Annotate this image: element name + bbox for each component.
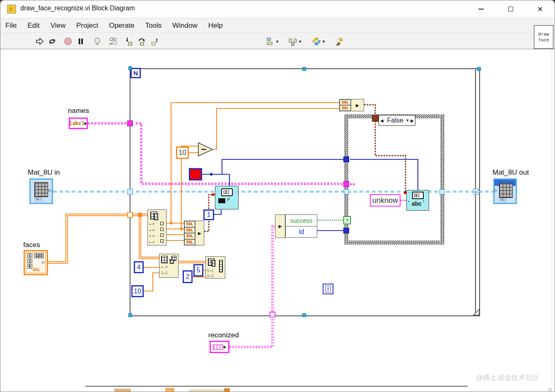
unbundle-field-id[interactable]: id	[285, 226, 317, 238]
align-objects-button[interactable]: ▼	[264, 36, 280, 47]
constant-2[interactable]: 2	[183, 270, 193, 283]
step-into-button[interactable]	[124, 36, 135, 47]
tunnel-id[interactable]	[343, 228, 349, 233]
output-arrow-icon: ▷	[48, 188, 52, 192]
index-j[interactable]: j	[27, 259, 32, 263]
bottom-strip	[0, 385, 555, 392]
run-button[interactable]	[34, 36, 45, 47]
sgl-pair-node[interactable]: SGL SGL ►	[339, 99, 364, 111]
toolbar: 17pt Application Font ▼ ▼ ▼ ▼ ▸| ?	[0, 34, 555, 49]
draw-rectangle-vi[interactable]: ↱ → →	[215, 186, 239, 209]
menu-tools[interactable]: Tools	[145, 22, 162, 30]
clean-up-diagram-button[interactable]	[332, 36, 347, 47]
inner-dot	[225, 191, 227, 193]
names-terminal[interactable]: [abc] ▶	[69, 118, 88, 129]
tunnel-faces[interactable]	[127, 212, 133, 218]
loop-iteration-terminal[interactable]: i	[323, 284, 333, 294]
retain-values-icon	[108, 36, 118, 46]
index-k[interactable]: k	[27, 264, 32, 269]
tunnel-reconized[interactable]	[270, 312, 275, 317]
window-title: draw_face_recognize.vi Block Diagram	[20, 5, 135, 12]
selection-handle[interactable]	[302, 67, 306, 71]
horizontal-scrollbar[interactable]	[85, 386, 468, 387]
sgl-cell: SGL	[340, 105, 351, 111]
menu-file[interactable]: File	[5, 22, 17, 30]
run-continuously-button[interactable]	[47, 36, 58, 47]
background-window-fragment	[114, 389, 131, 392]
distribute-objects-button[interactable]: ▼	[287, 36, 303, 47]
menu-view[interactable]: View	[51, 22, 66, 30]
tunnel-mat-case-in[interactable]	[344, 189, 349, 195]
chevron-down-icon[interactable]: ▼	[405, 118, 409, 123]
tunnel-mat-case-out[interactable]	[439, 189, 445, 195]
sgl-tag: SGL	[33, 267, 40, 272]
tunnel-text-pos[interactable]	[372, 115, 379, 122]
labview-app-icon	[7, 5, 16, 14]
index-array-node[interactable]: ▪·↗▪·↗▪·↗▪·↗	[147, 209, 166, 245]
draw-text-vi[interactable]: abc ‣ ↾ → →	[406, 190, 429, 211]
highlight-execution-button[interactable]	[92, 36, 103, 47]
close-button[interactable]: ✕	[530, 0, 550, 18]
constant-unknow[interactable]: unknow	[370, 194, 401, 207]
step-over-button[interactable]	[137, 36, 147, 47]
constant-10-threshold[interactable]: 10	[176, 147, 189, 159]
case-structure-border-right[interactable]	[440, 114, 444, 245]
menu-operate[interactable]: Operate	[109, 22, 134, 30]
faces-terminal[interactable]: i j k 123 SGL ▷	[24, 251, 47, 274]
case-structure-interior[interactable]	[348, 118, 440, 240]
selection-handle[interactable]	[302, 313, 306, 317]
array-icon	[170, 260, 174, 264]
unbundle-input-cell[interactable]: ►	[275, 214, 285, 238]
menu-window[interactable]: Window	[172, 22, 197, 30]
menu-help[interactable]: Help	[208, 22, 223, 30]
resize-objects-button[interactable]: ▼	[310, 36, 327, 47]
step-out-button[interactable]	[150, 36, 160, 47]
cluster-glyph	[213, 344, 223, 350]
constant-1[interactable]: 1	[203, 209, 214, 220]
minimize-icon	[478, 9, 484, 10]
vi-icon[interactable]: draw face	[534, 25, 553, 49]
index-marks: ▪·↗▪·↗▪·↗▪·↗	[150, 221, 154, 245]
constant-4[interactable]: 4	[134, 261, 144, 273]
background-window-fragment	[224, 388, 230, 392]
tunnel-color[interactable]	[343, 156, 349, 162]
selection-handle[interactable]	[128, 313, 132, 317]
selection-handle[interactable]	[477, 67, 481, 71]
tunnel-mat-in[interactable]	[127, 189, 133, 195]
case-structure-border-bottom[interactable]	[344, 240, 444, 245]
mat-out-terminal[interactable]: OBJ ▷	[493, 178, 517, 204]
reshape-array-node[interactable]: → ▪‥↗ |↔|	[159, 254, 179, 278]
reconized-terminal[interactable]: ▶	[210, 341, 229, 353]
retain-wire-values-button[interactable]	[108, 36, 118, 47]
case-structure-border-left[interactable]	[344, 114, 348, 245]
case-prev-icon[interactable]: ◀	[380, 118, 384, 123]
constant-5[interactable]: 5	[193, 264, 203, 277]
abc-glyph: abc	[412, 200, 422, 207]
sgl-build-array-node[interactable]: SGL SGL SGL SGL ►	[184, 221, 204, 245]
pause-button[interactable]	[75, 36, 86, 47]
menu-edit[interactable]: Edit	[27, 22, 39, 30]
tunnel-names-case[interactable]	[343, 181, 349, 187]
output-arrow-icon: ▶	[84, 121, 87, 125]
fill-swatch	[218, 198, 225, 203]
resize-grip[interactable]	[548, 388, 552, 391]
abort-button[interactable]	[63, 36, 73, 47]
index-array-row-node[interactable]: |↔| |↔|	[205, 256, 225, 279]
tunnel-mat-out[interactable]: ▸	[473, 189, 479, 195]
mat-in-terminal[interactable]: OBJ ▷	[29, 178, 53, 204]
unbundle-field-success[interactable]: success	[285, 214, 317, 226]
selection-handle[interactable]	[128, 66, 132, 70]
case-next-icon[interactable]: ▶	[410, 118, 414, 123]
tunnel-names[interactable]	[127, 120, 133, 126]
minimize-button[interactable]	[471, 0, 491, 18]
color-box-constant[interactable]	[189, 168, 202, 180]
mat-out-label: Mat_8U out	[492, 168, 529, 177]
menu-project[interactable]: Project	[76, 22, 98, 30]
case-selector-terminal[interactable]: ?	[343, 216, 351, 224]
distribute-objects-icon	[288, 36, 298, 46]
maximize-button[interactable]	[500, 0, 521, 18]
index-i[interactable]: i	[27, 253, 32, 258]
case-selector[interactable]: ◀ False ▼ ▶	[379, 115, 415, 126]
obj-tag: OBJ	[499, 198, 507, 202]
constant-10[interactable]: 10	[131, 285, 144, 297]
